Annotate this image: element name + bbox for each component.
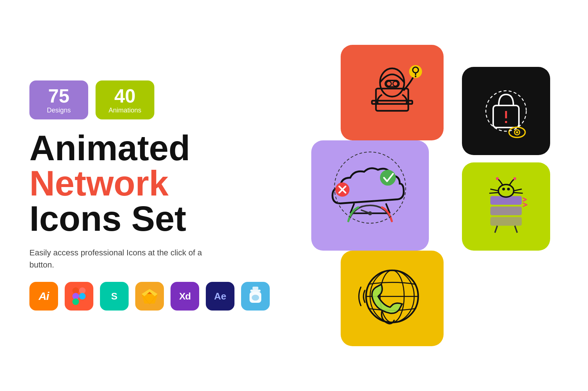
svg-point-48 (502, 188, 505, 191)
svg-point-36 (368, 211, 372, 215)
designs-badge: 75 Designs (29, 80, 88, 119)
svg-point-14 (252, 295, 259, 301)
svg-line-46 (515, 226, 517, 233)
animations-badge: 40 Animations (96, 80, 154, 119)
right-panel (284, 22, 559, 369)
svg-rect-44 (490, 217, 522, 226)
svg-point-24 (415, 76, 416, 77)
sketch-svg (141, 288, 158, 304)
svg-point-20 (393, 81, 398, 86)
icons-layout (293, 45, 550, 346)
hacker-icon (352, 52, 433, 133)
title-line3: Icons Set (29, 201, 270, 236)
svg-point-17 (380, 68, 404, 97)
main-container: 75 Designs 40 Animations Animated Networ… (0, 0, 588, 391)
app-icons-row: Ai S (29, 282, 270, 311)
designs-label: Designs (40, 107, 78, 114)
security-card (462, 67, 550, 155)
cloud-card (311, 140, 429, 251)
ai-label: Ai (39, 290, 49, 302)
svg-rect-3 (72, 298, 79, 305)
svg-point-47 (498, 184, 514, 197)
bottle-svg (247, 287, 263, 306)
svg-point-49 (507, 188, 510, 191)
svg-point-4 (79, 293, 86, 299)
svg-line-55 (514, 193, 523, 193)
designs-count: 75 (40, 86, 78, 107)
badges-row: 75 Designs 40 Animations (29, 80, 270, 119)
hacker-card (341, 45, 444, 140)
svg-rect-12 (250, 290, 261, 292)
svg-rect-11 (252, 287, 258, 290)
server-card (462, 162, 550, 251)
title-line1: Animated (29, 130, 270, 166)
svg-point-27 (505, 121, 507, 123)
title-line2: Network (29, 166, 270, 201)
aftereffects-icon: Ae (206, 282, 234, 311)
sketch-icon (135, 282, 164, 311)
svg-line-53 (489, 193, 498, 193)
svg-point-19 (387, 81, 391, 86)
bottle-icon (241, 282, 270, 311)
description-text: Easily access professional Icons at the … (29, 247, 206, 271)
scroll-icon: S (100, 282, 129, 311)
svg-rect-43 (490, 207, 522, 215)
globe-phone-card (341, 251, 444, 346)
globe-phone-icon (348, 258, 436, 339)
scroll-label: S (111, 291, 117, 302)
main-title: Animated Network Icons Set (29, 130, 270, 236)
illustrator-icon: Ai (29, 282, 58, 311)
animations-label: Animations (106, 107, 144, 114)
svg-line-52 (490, 189, 498, 191)
svg-point-30 (516, 131, 518, 133)
figma-icon (65, 282, 93, 311)
svg-line-45 (495, 226, 498, 233)
left-panel: 75 Designs 40 Animations Animated Networ… (29, 80, 284, 311)
svg-point-50 (496, 177, 499, 180)
cloud-icon (319, 148, 422, 243)
svg-point-51 (513, 177, 516, 180)
security-icon (469, 74, 543, 148)
ae-label: Ae (214, 291, 226, 302)
server-icon (471, 172, 541, 241)
svg-line-54 (514, 189, 522, 191)
xd-label: Xd (179, 291, 190, 302)
animations-count: 40 (106, 86, 144, 107)
svg-rect-16 (376, 89, 408, 111)
figma-svg (72, 287, 86, 305)
xd-icon: Xd (171, 282, 199, 311)
svg-point-37 (380, 170, 396, 186)
